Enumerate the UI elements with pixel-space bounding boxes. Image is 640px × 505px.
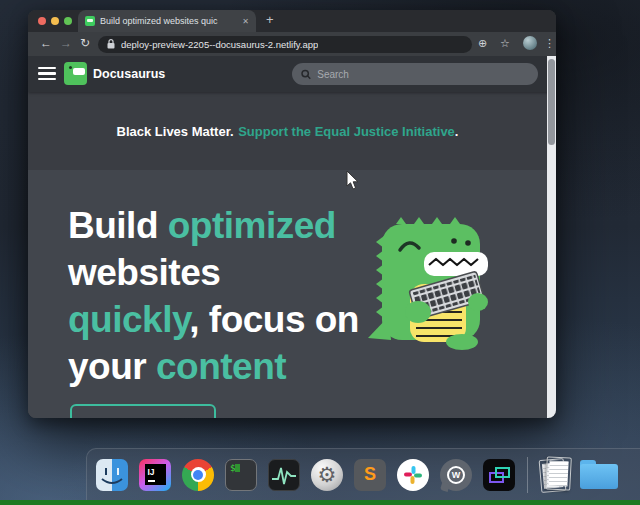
search-bar[interactable] (292, 63, 538, 85)
docusaurus-favicon-icon (85, 16, 95, 26)
announcement-banner: Black Lives Matter. Support the Equal Ju… (28, 92, 547, 170)
page-content: Docusaurus Black Lives Matter. Support t… (28, 56, 556, 418)
bottom-green-strip (0, 500, 640, 505)
announcement-link[interactable]: Support the Equal Justice Initiative (238, 124, 455, 139)
reload-button[interactable]: ↻ (80, 36, 90, 50)
hero-highlight: optimized (168, 205, 336, 246)
browser-menu-icon[interactable]: ⋮ (544, 37, 555, 50)
mouse-cursor (346, 170, 360, 191)
site-navbar: Docusaurus (28, 56, 556, 92)
hamburger-menu-icon[interactable] (38, 67, 56, 83)
close-window-button[interactable] (38, 17, 46, 25)
minimize-window-button[interactable] (51, 17, 59, 25)
workplace-monogram: W (447, 466, 465, 484)
dock-intellij-idea-icon[interactable]: IJ (135, 452, 175, 498)
tab-strip: Build optimized websites quic ✕ + (28, 10, 556, 32)
lock-icon (107, 39, 115, 49)
sublime-monogram: S (364, 464, 376, 485)
dock-sublime-text-icon[interactable]: S (350, 452, 390, 498)
dock-divider (527, 457, 528, 493)
dock-system-preferences-icon[interactable]: ⚙ (307, 452, 347, 498)
intellij-monogram: IJ (145, 464, 166, 485)
url-text: deploy-preview-2205--docusaurus-2.netlif… (121, 39, 318, 50)
forward-button[interactable]: → (60, 36, 72, 50)
hero-text: Build (68, 205, 168, 246)
page-zoom-icon[interactable]: ⊕ (478, 37, 487, 50)
browser-tab[interactable]: Build optimized websites quic ✕ (78, 10, 256, 32)
get-started-button[interactable] (70, 404, 216, 418)
profile-avatar[interactable] (523, 36, 537, 50)
address-bar[interactable]: deploy-preview-2205--docusaurus-2.netlif… (98, 36, 472, 53)
dock-screen-capture-icon[interactable] (479, 452, 519, 498)
dock-downloads-folder-icon[interactable] (579, 452, 619, 498)
announcement-bold-text: Black Lives Matter. (117, 124, 234, 139)
dock-finder-icon[interactable] (92, 452, 132, 498)
hero-text: , focus on (189, 299, 359, 340)
bookmark-star-icon[interactable]: ☆ (500, 37, 510, 50)
docusaurus-logo-icon[interactable] (64, 62, 87, 85)
browser-toolbar: ← → ↻ deploy-preview-2205--docusaurus-2.… (28, 32, 556, 56)
announcement-suffix: . (455, 124, 459, 139)
docusaurus-mascot-illustration (366, 208, 496, 352)
hero-text: your (68, 346, 156, 387)
hero-section: Build optimized websites quickly, focus … (28, 170, 556, 418)
browser-window: Build optimized websites quic ✕ + ← → ↻ … (28, 10, 556, 418)
back-button[interactable]: ← (40, 36, 52, 50)
dock-terminal-icon[interactable]: $ (221, 452, 261, 498)
dock-documents-stack-icon[interactable] (536, 452, 576, 498)
search-input[interactable] (317, 69, 529, 80)
dock-chrome-icon[interactable] (178, 452, 218, 498)
page-scrollbar[interactable] (547, 56, 556, 418)
dock: IJ $ ⚙ S W (86, 448, 640, 500)
site-brand[interactable]: Docusaurus (93, 56, 165, 92)
hero-headline: Build optimized websites quickly, focus … (68, 202, 388, 390)
hero-text: websites (68, 252, 220, 293)
maximize-window-button[interactable] (64, 17, 72, 25)
dock-workplace-icon[interactable]: W (436, 452, 476, 498)
dock-slack-icon[interactable] (393, 452, 433, 498)
traffic-lights (38, 17, 72, 25)
search-icon (301, 69, 311, 80)
tab-close-icon[interactable]: ✕ (242, 17, 249, 26)
tab-title: Build optimized websites quic (100, 16, 237, 26)
dock-activity-monitor-icon[interactable] (264, 452, 304, 498)
hero-highlight: content (156, 346, 286, 387)
hero-highlight: quickly (68, 299, 189, 340)
gear-icon: ⚙ (318, 464, 337, 485)
scrollbar-thumb[interactable] (548, 59, 555, 145)
new-tab-button[interactable]: + (266, 12, 274, 27)
